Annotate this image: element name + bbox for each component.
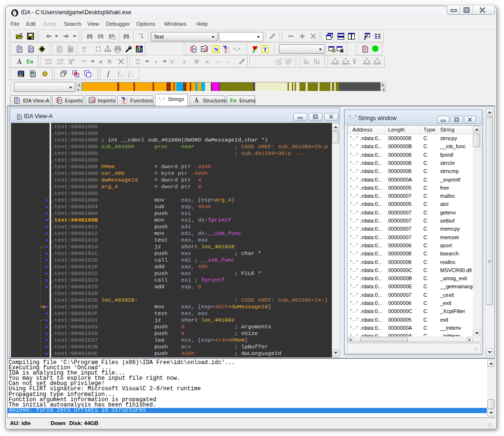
svg-text:T: T <box>263 46 267 53</box>
svg-text:C,1Y3: C,1Y3 <box>276 63 282 65</box>
svg-text:011: 011 <box>29 50 33 52</box>
svg-text:Off: Off <box>135 58 140 61</box>
svg-text:dat: dat <box>135 61 140 65</box>
svg-text:i: i <box>132 73 133 78</box>
svg-text:"s": "s" <box>81 59 87 63</box>
svg-text:Å: Å <box>195 97 199 104</box>
svg-text:'x': 'x' <box>170 59 175 64</box>
svg-text:En: En <box>230 97 236 103</box>
svg-text:f: f <box>107 71 110 78</box>
svg-text:K: K <box>206 60 209 64</box>
svg-text:COD: COD <box>45 61 52 65</box>
svg-text:0101: 0101 <box>45 58 52 61</box>
svg-text:100: 100 <box>82 46 87 50</box>
svg-text::: : <box>256 60 257 63</box>
svg-text:f: f <box>128 71 131 78</box>
svg-text:101: 101 <box>111 37 115 39</box>
svg-text:✱: ✱ <box>99 60 103 64</box>
svg-text:N: N <box>214 46 218 53</box>
svg-text:/—/: /—/ <box>216 60 222 64</box>
svg-text:~: ~ <box>226 59 229 64</box>
svg-text:¥: ¥ <box>353 58 356 65</box>
svg-text:N: N <box>108 59 112 64</box>
svg-text:Å: Å <box>17 59 21 65</box>
svg-text:0101: 0101 <box>57 58 64 61</box>
svg-text:%: % <box>83 50 86 53</box>
svg-text:f: f <box>118 71 121 78</box>
svg-text:3TX6: 3TX6 <box>286 61 291 63</box>
svg-text:BMP: BMP <box>31 74 36 77</box>
svg-text:#: # <box>155 60 157 64</box>
svg-text:;: ; <box>267 60 267 63</box>
svg-text:R: R <box>74 71 78 77</box>
svg-text:o: o <box>121 73 123 78</box>
svg-text:En: En <box>27 59 34 64</box>
svg-text:"...": "..." <box>233 48 240 51</box>
svg-text:DAT: DAT <box>57 61 63 65</box>
svg-text:S: S <box>183 60 186 64</box>
svg-text:"...": "..." <box>158 97 165 101</box>
svg-text:M: M <box>195 59 199 64</box>
